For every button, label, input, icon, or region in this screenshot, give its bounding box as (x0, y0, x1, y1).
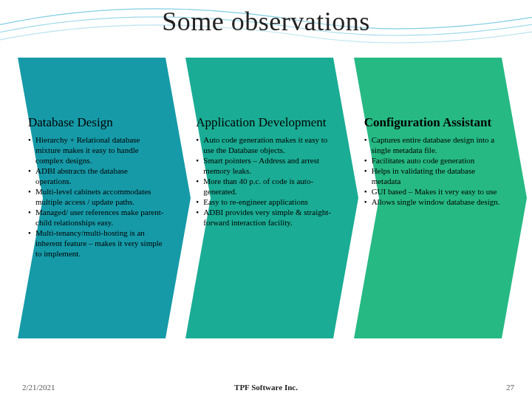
list-item: Auto code generation makes it easy to us… (196, 134, 332, 155)
list-item: Captures entire database design into a s… (364, 134, 501, 155)
list-item: Hierarchy + Relational database mixture … (28, 134, 165, 166)
bullet-list: Hierarchy + Relational database mixture … (28, 134, 165, 259)
list-item: Allows single window database design. (364, 197, 501, 207)
list-item: Facilitates auto code generation (364, 155, 501, 166)
slide-title: Some observations (0, 6, 532, 37)
list-item: Multi-tenancy/multi-hosting is an inhere… (28, 228, 165, 259)
list-item: Managed/ user references make parent-chi… (28, 207, 165, 228)
panel-heading: Database Design (28, 115, 165, 130)
panel: Application Development Auto code genera… (190, 58, 341, 228)
footer-company: TPF Software Inc. (0, 383, 532, 392)
column-application-development: Application Development Auto code genera… (190, 58, 341, 353)
column-configuration-assistant: Configuration Assistant Captures entire … (358, 58, 510, 353)
slide: Some observations Database Design Hierar… (0, 0, 532, 399)
footer-page-number: 27 (506, 383, 514, 392)
panel: Configuration Assistant Captures entire … (358, 58, 510, 207)
list-item: GUI based – Makes it very easy to use (364, 186, 501, 197)
footer: 2/21/2021 TPF Software Inc. 27 (0, 383, 532, 392)
panel-heading: Application Development (196, 115, 332, 130)
list-item: Multi-level cabinets accommodates multip… (28, 186, 165, 207)
columns-container: Database Design Hierarchy + Relational d… (22, 58, 510, 353)
panel-heading: Configuration Assistant (364, 115, 501, 130)
column-database-design: Database Design Hierarchy + Relational d… (22, 58, 174, 353)
list-item: More than 40 p.c. of code is auto-genera… (196, 176, 332, 197)
list-item: ADBI abstracts the database operations. (28, 166, 165, 186)
panel: Database Design Hierarchy + Relational d… (22, 58, 174, 259)
list-item: Helps in validating the database metadat… (364, 166, 501, 186)
bullet-list: Auto code generation makes it easy to us… (196, 134, 332, 228)
list-item: Easy to re-engineer applications (196, 197, 332, 207)
list-item: Smart pointers – Address and arrest memo… (196, 155, 332, 176)
footer-date: 2/21/2021 (22, 383, 55, 392)
bullet-list: Captures entire database design into a s… (364, 134, 501, 208)
list-item: ADBI provides very simple & straight-for… (196, 207, 332, 228)
